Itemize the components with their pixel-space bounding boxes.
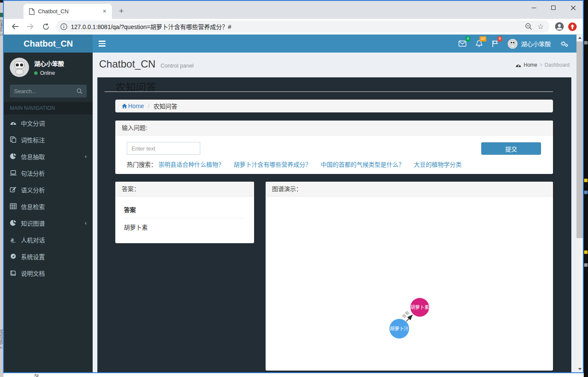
sidebar-item-7[interactable]: 知识图谱‹: [4, 215, 93, 231]
sidebar-item-3[interactable]: 信息抽取‹: [4, 148, 93, 165]
sidebar-user-panel: 湖心小笨酸 Online: [4, 53, 93, 82]
new-tab-button[interactable]: +: [116, 6, 127, 17]
search-icon[interactable]: [76, 88, 82, 94]
sidebar-item-2[interactable]: 词性标注: [4, 131, 93, 148]
hot-search-link-2[interactable]: 胡萝卜汁含有哪些营养成分？: [234, 161, 311, 168]
online-status-dot: [34, 71, 38, 75]
hot-search-link-1[interactable]: 崇明县适合种什么植物？: [158, 161, 224, 168]
browser-tab[interactable]: Chatbot_CN ×: [23, 4, 112, 19]
scrollbar-down-icon[interactable]: [576, 366, 583, 372]
browser-update-icon[interactable]: [568, 22, 577, 31]
hot-search-label: 热门搜索：: [127, 161, 157, 168]
app-sidebar: 湖心小笨酸 Online MAIN NAVIGATION 中文分词词性标注信息抽…: [4, 53, 93, 372]
sidebar-menu: 中文分词词性标注信息抽取‹句法分析语义分析信息检索知识图谱‹a人机对话系统设置说…: [4, 115, 93, 281]
sidebar-item-8[interactable]: a人机对话: [4, 231, 93, 248]
page-breadcrumb-current: 农知问答: [153, 102, 177, 110]
web-page: Chatbot_CN 4 10: [4, 35, 583, 372]
sidebar-item-label: 知识图谱: [21, 219, 45, 227]
sidebar-user-status[interactable]: Online: [34, 70, 64, 76]
browser-toolbar: 127.0.0.1:8081/qa/?question=胡萝卜汁含有哪些营养成分…: [4, 19, 583, 35]
back-icon[interactable]: [9, 21, 21, 32]
breadcrumb: Home > Dashboard: [515, 62, 570, 68]
graph-box-title: 图谱演示：: [266, 182, 553, 197]
notifications-menu[interactable]: 10: [471, 35, 487, 53]
page-scrollbar[interactable]: [576, 35, 583, 372]
hot-search-link-3[interactable]: 中国的首都的气候类型是什么？: [321, 161, 404, 168]
messages-badge: 4: [465, 36, 470, 41]
chevron-left-icon: ‹: [85, 220, 87, 226]
app-navbar: Chatbot_CN 4 10: [4, 35, 576, 53]
book-icon: [10, 270, 21, 276]
chevron-left-icon: ‹: [85, 153, 87, 159]
browser-window: Chatbot_CN × + 127.0.0.1:8081/qa/?questi…: [3, 0, 584, 373]
window-minimize-button[interactable]: [524, 1, 544, 15]
page-favicon-icon: [29, 8, 35, 15]
forward-icon[interactable]: [24, 21, 36, 32]
page-breadcrumb: Home / 农知问答: [115, 100, 553, 112]
browser-titlebar: Chatbot_CN × +: [4, 1, 583, 19]
hot-search-link-4[interactable]: 大豆的植物学分类: [414, 161, 462, 168]
scrollbar-up-icon[interactable]: [576, 35, 583, 41]
sidebar-item-label: 句法分析: [21, 169, 45, 177]
answer-box: 答案： 答案 胡萝卜素: [115, 182, 254, 243]
home-icon: [122, 103, 127, 109]
profile-icon[interactable]: [555, 22, 564, 31]
window-maximize-button[interactable]: [544, 1, 563, 15]
page-info-icon[interactable]: [60, 23, 67, 30]
sidebar-item-6[interactable]: 信息检索: [4, 198, 93, 215]
sidebar-item-label: 信息抽取: [21, 152, 45, 161]
tasks-menu[interactable]: 9: [487, 35, 503, 53]
bookmark-star-icon[interactable]: ☆: [536, 22, 545, 31]
knowledge-graph[interactable]: 含有胡萝卜汁胡萝卜素: [266, 197, 553, 371]
sidebar-item-10[interactable]: 说明文档: [4, 265, 93, 281]
url-text[interactable]: 127.0.0.1:8081/qa/?question=胡萝卜汁含有哪些营养成分…: [71, 22, 521, 31]
breadcrumb-home-link[interactable]: Home: [524, 62, 537, 68]
control-sidebar-menu[interactable]: [556, 35, 573, 53]
app-logo[interactable]: Chatbot_CN: [4, 35, 93, 53]
scrollbar-thumb[interactable]: [576, 41, 583, 238]
gauge-icon: [10, 120, 21, 126]
envelope-icon: [459, 41, 466, 47]
sidebar-search-input[interactable]: [14, 88, 76, 94]
sidebar-item-9[interactable]: 系统设置: [4, 248, 93, 265]
copy-icon: [10, 136, 21, 143]
answer-table-header: 答案: [124, 203, 246, 218]
question-input[interactable]: [127, 142, 200, 155]
sidebar-item-1[interactable]: 中文分词: [4, 115, 93, 131]
laptop-icon: [10, 170, 21, 176]
edit-icon: [10, 186, 21, 193]
background-ide-bottom-edge: St: [0, 373, 588, 377]
sidebar-item-5[interactable]: 语义分析: [4, 181, 93, 198]
sidebar-nav-header: MAIN NAVIGATION: [4, 102, 93, 115]
url-bar[interactable]: 127.0.0.1:8081/qa/?question=胡萝卜汁含有哪些营养成分…: [56, 21, 550, 32]
tab-close-icon[interactable]: ×: [101, 8, 108, 15]
sidebar-item-label: 说明文档: [21, 269, 45, 277]
hot-search-links: 崇明县适合种什么植物？胡萝卜汁含有哪些营养成分？中国的首都的气候类型是什么？大豆…: [158, 161, 471, 168]
zoom-icon[interactable]: [524, 22, 533, 31]
graph-box: 图谱演示： 含有胡萝卜汁胡萝卜素: [266, 182, 553, 371]
page-breadcrumb-home-link[interactable]: Home: [122, 103, 144, 109]
ide-statusbar-fragment: St: [34, 373, 38, 377]
notifications-badge: 10: [480, 36, 486, 41]
graph-node-label: 胡萝卜汁: [390, 326, 409, 331]
sidebar-user-avatar: [10, 58, 29, 77]
window-close-button[interactable]: [563, 1, 583, 15]
dashboard-icon: [515, 62, 521, 68]
svg-text:a: a: [11, 236, 14, 243]
sidebar-toggle-icon[interactable]: [93, 35, 111, 53]
pie-icon: [10, 220, 21, 226]
sidebar-search[interactable]: [10, 85, 87, 97]
sidebar-item-label: 信息检索: [21, 202, 45, 211]
content-wrapper: Chatbot_CN Control panel Home > Dashboar…: [93, 53, 576, 372]
table-icon: [10, 203, 21, 209]
messages-menu[interactable]: 4: [454, 35, 471, 53]
submit-button[interactable]: 提交: [481, 142, 541, 155]
tab-title: Chatbot_CN: [38, 8, 101, 15]
breadcrumb-current: Dashboard: [544, 62, 570, 68]
content-title: Chatbot_CN: [99, 58, 155, 70]
content-subtitle: Control panel: [161, 62, 193, 69]
reload-icon[interactable]: [40, 21, 52, 32]
pie-icon: [10, 153, 21, 159]
user-menu[interactable]: 湖心小笨酸: [503, 35, 556, 53]
sidebar-item-4[interactable]: 句法分析: [4, 165, 93, 181]
